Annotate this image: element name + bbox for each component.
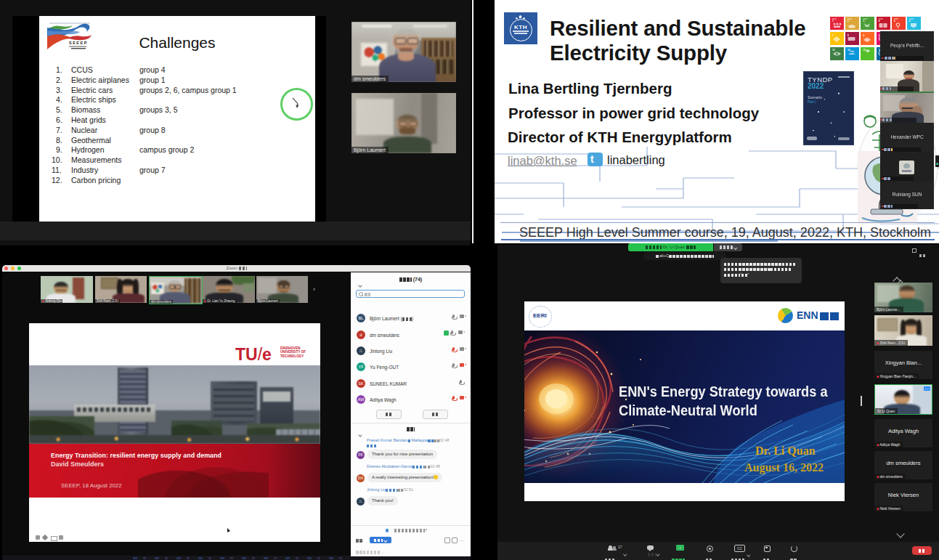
svg-text:8: 8 xyxy=(847,34,849,37)
svg-text:14: 14 xyxy=(847,49,850,52)
svg-text:5: 5 xyxy=(894,20,895,23)
svg-text:4: 4 xyxy=(879,20,880,23)
svg-text:15: 15 xyxy=(863,49,866,52)
svg-text:3: 3 xyxy=(863,20,865,23)
svg-text:2: 2 xyxy=(847,20,849,23)
svg-text:13: 13 xyxy=(832,49,835,52)
svg-text:6: 6 xyxy=(909,20,911,23)
svg-text:9: 9 xyxy=(863,34,865,37)
svg-text:7: 7 xyxy=(832,34,834,37)
svg-text:1: 1 xyxy=(832,20,834,23)
